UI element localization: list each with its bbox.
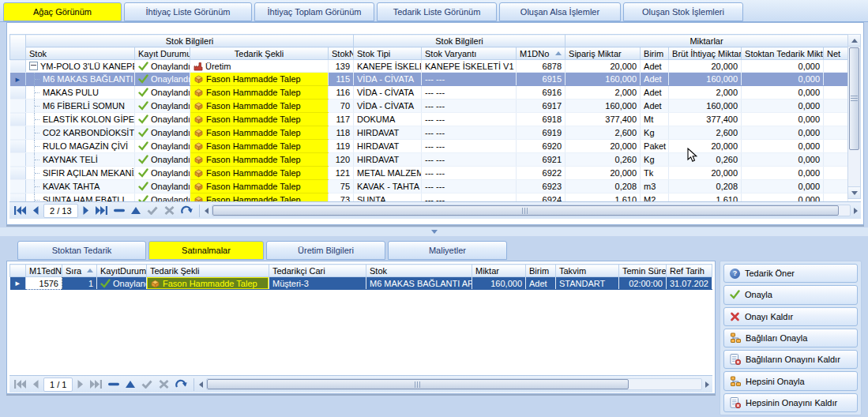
tree-row[interactable]: RULO MAGAZİN ÇİVİOnaylandıFason Hammadde…: [10, 140, 848, 153]
cell-cari[interactable]: Müşteri-3: [269, 277, 366, 290]
cell-m1dno[interactable]: 6923: [517, 180, 566, 193]
horizontal-scrollbar[interactable]: [212, 205, 851, 216]
column-header-temin-suresi[interactable]: Temin Süresi: [619, 265, 667, 277]
tedarik-oner-button[interactable]: ?Tedarik Öner: [723, 264, 858, 283]
column-header-birim[interactable]: Birim: [526, 265, 556, 277]
cell-net[interactable]: [824, 113, 848, 126]
cell-stoktan[interactable]: 0,000: [742, 60, 824, 73]
cell-stoktan[interactable]: 0,000: [742, 180, 824, 193]
cell-varyant[interactable]: --- ---: [422, 113, 517, 126]
cell-stok[interactable]: CO2 KARBONDİOKSİT GAZ: [26, 126, 135, 140]
cell-m1dno[interactable]: 6915: [517, 73, 566, 86]
cell-m1dno[interactable]: 6918: [517, 113, 566, 126]
cell-kayit-durumu[interactable]: Onaylandı: [135, 86, 190, 100]
cell-kayit-durumu[interactable]: Onaylandı: [135, 153, 190, 167]
column-group-miktarlar[interactable]: Miktarlar: [566, 35, 848, 47]
tree-row[interactable]: ELASTİK KOLON GİPESİZOnaylandıFason Hamm…: [10, 113, 848, 126]
tree-row[interactable]: YM-POLO 3'LÜ KANEPE İSKELEOnaylandıÜreti…: [10, 60, 848, 73]
tree-row[interactable]: ▸M6 MAKAS BAĞLANTI APAROnaylandıFason Ha…: [10, 73, 848, 86]
onayi-kaldir-button[interactable]: Onayı Kaldır: [723, 307, 858, 326]
cell-m1dno[interactable]: 6920: [517, 140, 566, 153]
cell-tedarik-sekli[interactable]: Fason Hammadde Talep: [190, 153, 329, 167]
column-header-stok-varyanti[interactable]: Stok Varyantı: [422, 47, 517, 60]
column-header-kayitdurumu[interactable]: KayıtDurumu: [97, 265, 147, 277]
cell-tipi[interactable]: HIRDAVAT: [354, 153, 422, 167]
horizontal-scrollbar[interactable]: [206, 378, 702, 390]
cell-m1dno[interactable]: 6917: [517, 100, 566, 113]
cell-varyant[interactable]: --- ---: [422, 180, 517, 193]
column-header-miktar[interactable]: Miktar: [472, 265, 526, 277]
cell-stok[interactable]: YM-POLO 3'LÜ KANEPE İSKELE: [26, 60, 135, 73]
cell-birim[interactable]: Mt: [641, 113, 669, 126]
panel-splitter[interactable]: [0, 227, 868, 236]
nav-cancel-button[interactable]: [157, 378, 171, 392]
cell-siparis[interactable]: 20,000: [566, 60, 641, 73]
cell-brut[interactable]: 2,600: [669, 126, 742, 140]
cell-stok[interactable]: RULO MAGAZİN ÇİVİ: [26, 140, 135, 153]
tab-ihtiyac-toplam-gorunum[interactable]: İhtiyaç Toplam Görünüm: [254, 2, 374, 21]
cell-stok[interactable]: KAYNAK TELİ: [26, 153, 135, 167]
cell-varyant[interactable]: --- ---: [422, 167, 517, 180]
cell-net[interactable]: [824, 86, 848, 100]
cell-ref[interactable]: 31.07.202: [667, 277, 712, 290]
cell-stok[interactable]: M6 FİBERLİ SOMUN: [26, 100, 135, 113]
cell-birim[interactable]: Paket: [641, 140, 669, 153]
cell-net[interactable]: [824, 126, 848, 140]
hepsini-onayla-button[interactable]: Hepsini Onayla: [723, 371, 858, 390]
hscroll-right-arrow[interactable]: [854, 208, 858, 214]
cell-varyant[interactable]: --- ---: [422, 73, 517, 86]
cell-net[interactable]: [824, 73, 848, 86]
column-group-stok-bilgileri[interactable]: Stok Bilgileri: [354, 35, 566, 47]
cell-net[interactable]: [824, 180, 848, 193]
cell-kayit-durumu[interactable]: Onaylandı: [135, 73, 190, 86]
cell-varyant[interactable]: --- ---: [422, 140, 517, 153]
nav-first-button[interactable]: [13, 204, 28, 218]
cell-m1dno[interactable]: 6922: [517, 167, 566, 180]
cell-net[interactable]: [824, 60, 848, 73]
cell-kayit-durumu[interactable]: Onaylandı: [135, 60, 190, 73]
hscroll-right-arrow[interactable]: [705, 381, 709, 388]
row-indicator-cell[interactable]: [10, 113, 26, 126]
cell-brut[interactable]: 20,000: [669, 60, 742, 73]
cell-tedarik-sekli[interactable]: Fason Hammadde Talep: [190, 100, 329, 113]
cell-siparis[interactable]: 0,208: [566, 180, 641, 193]
column-header-stok[interactable]: Stok: [366, 265, 472, 277]
cell-stokno[interactable]: 70: [329, 100, 354, 113]
cell-stok[interactable]: M6 MAKAS BAĞLANTI APAR: [26, 73, 135, 86]
cell-net[interactable]: [824, 153, 848, 167]
cell-tipi[interactable]: VİDA - CİVATA: [354, 100, 422, 113]
baglilarin-onayini-kaldir-button[interactable]: Bağlıların Onayını Kaldır: [723, 350, 858, 369]
cell-tipi[interactable]: KAVAK - TAHTA: [354, 180, 422, 193]
vertical-scrollbar[interactable]: [847, 34, 861, 199]
cell-m1tedno[interactable]: 1576: [26, 277, 62, 290]
row-indicator-cell[interactable]: [10, 180, 26, 193]
cell-takvim[interactable]: STANDART: [556, 277, 619, 290]
cell-stoktan[interactable]: 0,000: [742, 100, 824, 113]
vscroll-up-arrow[interactable]: [848, 35, 860, 47]
cell-brut[interactable]: 160,000: [669, 100, 742, 113]
cell-brut[interactable]: 20,000: [669, 140, 742, 153]
column-header-tedarik-sekli[interactable]: Tedarik Şekli: [190, 47, 329, 60]
nav-delete-button[interactable]: [107, 378, 121, 392]
column-header-tedarik-sekli[interactable]: Tedarik Şekli: [147, 265, 269, 277]
cell-birim[interactable]: Adet: [526, 277, 556, 290]
tab-tedarik-liste-gorunum[interactable]: Tedarik Liste Görünüm: [377, 2, 497, 21]
cell-tipi[interactable]: VİDA - CİVATA: [354, 73, 422, 86]
column-header-tedarikci-cari[interactable]: Tedarikçi Cari: [269, 265, 366, 277]
cell-net[interactable]: [824, 140, 848, 153]
cell-varyant[interactable]: --- ---: [422, 126, 517, 140]
column-header-stokno[interactable]: StokNo: [329, 47, 354, 60]
tree-row[interactable]: MAKAS PULUOnaylandıFason Hammadde Talep1…: [10, 86, 848, 100]
cell-birim[interactable]: Kg: [641, 153, 669, 167]
column-header-takvim[interactable]: Takvim: [556, 265, 619, 277]
cell-brut[interactable]: 160,000: [669, 73, 742, 86]
tree-row[interactable]: KAYNAK TELİOnaylandıFason Hammadde Talep…: [10, 153, 848, 167]
row-indicator-cell[interactable]: [10, 100, 26, 113]
cell-brut[interactable]: 377,400: [669, 113, 742, 126]
tab-satinalmalar[interactable]: Satınalmalar: [148, 241, 264, 260]
row-indicator-cell[interactable]: ▸: [10, 73, 26, 86]
cell-siparis[interactable]: 20,000: [566, 140, 641, 153]
cell-kayit-durumu[interactable]: Onaylandı: [97, 277, 147, 290]
cell-net[interactable]: [824, 167, 848, 180]
cell-m1dno[interactable]: 6878: [517, 60, 566, 73]
